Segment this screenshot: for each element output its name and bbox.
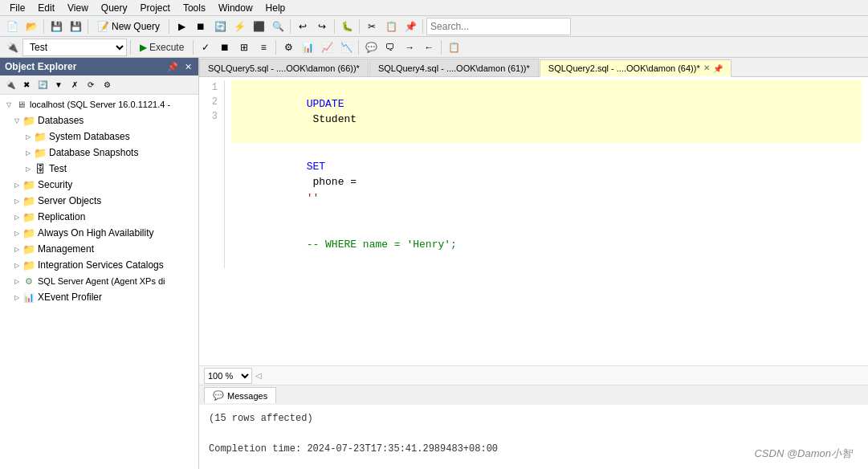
system-db-icon: 📁 — [34, 130, 47, 143]
management-label: Management — [38, 243, 94, 255]
execute-btn[interactable]: ▶ Execute — [134, 39, 189, 56]
menu-help[interactable]: Help — [259, 1, 292, 15]
misc-btn[interactable]: 📋 — [445, 39, 463, 56]
sql-agent-label: SQL Server Agent (Agent XPs di — [38, 276, 165, 286]
code-lines: UPDATE Student SET phone = '' -- WHERE n… — [231, 80, 862, 268]
comment-btn[interactable]: 💬 — [362, 39, 380, 56]
tree-item-management[interactable]: ▷ 📁 Management — [0, 241, 198, 257]
oe-refresh-btn[interactable]: 🔄 — [35, 78, 50, 92]
management-expander: ▷ — [11, 243, 22, 255]
tab-bar: SQLQuery5.sql - ....OOK\damon (66))* SQL… — [199, 58, 868, 77]
oe-close-btn[interactable]: ✕ — [183, 61, 194, 73]
xevent-icon: 📊 — [22, 291, 35, 304]
menu-window[interactable]: Window — [212, 1, 259, 15]
oe-title: Object Explorer — [5, 61, 76, 72]
cut-btn[interactable]: ✂ — [363, 18, 381, 35]
stop-btn[interactable]: ⏹ — [216, 39, 234, 56]
sep3 — [169, 19, 169, 34]
toolbar-btn-3[interactable]: 🔄 — [211, 18, 229, 35]
code-editor[interactable]: 1 2 3 UPDATE Student SET phone = '' — [199, 77, 868, 365]
new-file-btn[interactable]: 📄 — [3, 18, 21, 35]
outdent-btn[interactable]: ← — [420, 39, 438, 56]
oe-filter-btn[interactable]: ▼ — [51, 78, 66, 92]
tree-item-databases[interactable]: ▽ 📁 Databases — [0, 112, 198, 128]
menu-edit[interactable]: Edit — [31, 1, 61, 15]
menu-file[interactable]: File — [3, 1, 31, 15]
server-objects-icon: 📁 — [22, 194, 35, 207]
menu-project[interactable]: Project — [134, 1, 177, 15]
tab-pin-icon: 📌 — [713, 64, 723, 73]
oe-pin-btn[interactable]: 📌 — [165, 61, 180, 73]
tree-item-security[interactable]: ▷ 📁 Security — [0, 177, 198, 193]
results-to-text-btn[interactable]: ≡ — [255, 39, 272, 56]
indent-btn[interactable]: → — [401, 39, 418, 56]
redo-btn[interactable]: ↪ — [313, 18, 331, 35]
snapshots-expander: ▷ — [22, 147, 34, 158]
tree-item-xevent[interactable]: ▷ 📊 XEvent Profiler — [0, 289, 198, 305]
tree-item-server[interactable]: ▽ 🖥 localhost (SQL Server 16.0.1121.4 - — [0, 96, 198, 112]
save-btn[interactable]: 💾 — [47, 18, 65, 35]
execute-icon: ▶ — [140, 42, 147, 53]
code-line-1: UPDATE Student — [231, 80, 862, 143]
menu-query[interactable]: Query — [95, 1, 134, 15]
secondary-toolbar: 🔌 Test ▶ Execute ✓ ⏹ ⊞ ≡ ⚙ 📊 📈 📉 💬 🗨 → ←… — [0, 37, 868, 58]
tree-item-replication[interactable]: ▷ 📁 Replication — [0, 209, 198, 225]
results-to-grid-btn[interactable]: ⊞ — [235, 39, 253, 56]
tree-item-db-snapshots[interactable]: ▷ 📁 Database Snapshots — [0, 145, 198, 161]
parse-btn[interactable]: ✓ — [197, 39, 214, 56]
toolbar-btn-2[interactable]: ⏹ — [192, 18, 210, 35]
toolbar-btn-6[interactable]: 🔍 — [269, 18, 287, 35]
tree-item-test-db[interactable]: ▷ 🗄 Test — [0, 161, 198, 177]
zoom-select[interactable]: 100 % — [204, 368, 252, 384]
database-select[interactable]: Test — [22, 39, 127, 56]
tab-sqlquery2-close[interactable]: ✕ — [703, 64, 710, 72]
messages-tab[interactable]: 💬 Messages — [204, 387, 276, 403]
oe-filter-clear-btn[interactable]: ✗ — [67, 78, 82, 92]
test-db-expander: ▷ — [22, 163, 34, 174]
sep7 — [422, 19, 423, 34]
result-rows-affected: (15 rows affected) — [209, 411, 858, 426]
tab-sqlquery2[interactable]: SQLQuery2.sql - ....OOK\damon (64))* ✕ 📌 — [540, 59, 731, 77]
tree-item-always-on[interactable]: ▷ 📁 Always On High Availability — [0, 225, 198, 241]
open-btn[interactable]: 📂 — [22, 18, 40, 35]
menu-view[interactable]: View — [61, 1, 95, 15]
copy-btn[interactable]: 📋 — [382, 18, 400, 35]
save-all-btn[interactable]: 💾 — [67, 18, 84, 35]
toolbar-btn-4[interactable]: ⚡ — [230, 18, 248, 35]
debug-btn[interactable]: 🐛 — [338, 18, 356, 35]
oe-sync-btn[interactable]: ⟳ — [84, 78, 98, 92]
tab-sqlquery4[interactable]: SQLQuery4.sql - ....OOK\damon (61))* — [369, 59, 539, 76]
uncomment-btn[interactable]: 🗨 — [381, 39, 399, 56]
connect-btn[interactable]: 🔌 — [3, 39, 21, 56]
sep2 — [88, 19, 88, 34]
sep12 — [441, 40, 442, 55]
sep6 — [359, 19, 360, 34]
oe-disconnect-btn[interactable]: ✖ — [19, 78, 34, 92]
oe-header-controls: 📌 ✕ — [165, 61, 194, 73]
server-objects-label: Server Objects — [38, 195, 101, 206]
keyword-update: UPDATE — [307, 98, 344, 110]
tab-sqlquery5[interactable]: SQLQuery5.sql - ....OOK\damon (66))* — [199, 59, 369, 76]
toolbar-btn-5[interactable]: ⬛ — [250, 18, 267, 35]
test-db-icon: 🗄 — [34, 162, 47, 175]
search-input[interactable] — [426, 18, 571, 35]
menu-tools[interactable]: Tools — [177, 1, 212, 15]
tree-item-sql-agent[interactable]: ▷ ⚙ SQL Server Agent (Agent XPs di — [0, 273, 198, 289]
show-results-btn[interactable]: 📊 — [299, 39, 316, 56]
tab-sqlquery4-label: SQLQuery4.sql - ....OOK\damon (61))* — [378, 63, 530, 73]
undo-btn[interactable]: ↩ — [294, 18, 312, 35]
include-plan-btn[interactable]: 📈 — [318, 39, 336, 56]
tree-item-system-databases[interactable]: ▷ 📁 System Databases — [0, 128, 198, 145]
toolbar-btn-1[interactable]: ▶ — [173, 18, 190, 35]
oe-connect-btn[interactable]: 🔌 — [3, 78, 18, 92]
line-num-1: 1 — [206, 80, 218, 95]
tab-sqlquery2-label: SQLQuery2.sql - ....OOK\damon (64))* — [548, 63, 700, 73]
tree-item-integration-services[interactable]: ▷ 📁 Integration Services Catalogs — [0, 257, 198, 273]
query-options-btn[interactable]: ⚙ — [279, 39, 297, 56]
new-query-btn[interactable]: 📝 New Query — [92, 18, 165, 35]
tree-item-server-objects[interactable]: ▷ 📁 Server Objects — [0, 193, 198, 209]
client-stats-btn[interactable]: 📉 — [337, 39, 355, 56]
oe-settings-btn[interactable]: ⚙ — [100, 78, 114, 92]
sep5 — [334, 19, 335, 34]
paste-btn[interactable]: 📌 — [401, 18, 419, 35]
